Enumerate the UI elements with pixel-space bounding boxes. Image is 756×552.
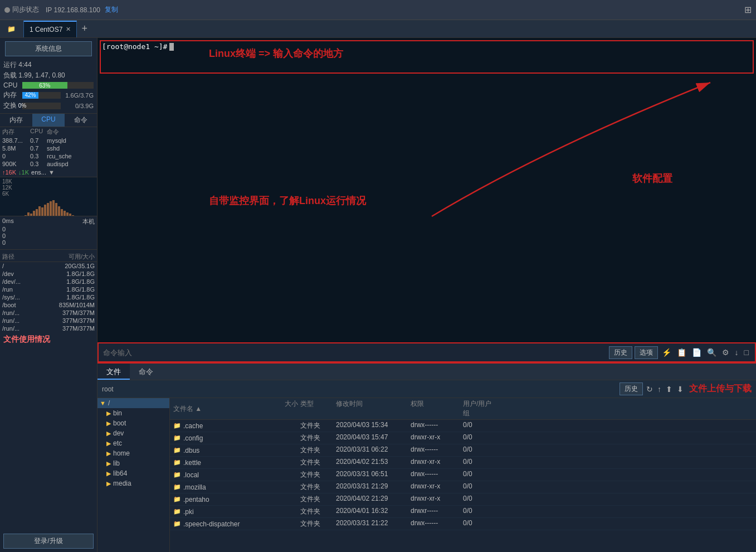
terminal-area[interactable]: [root@node1 ~]# Linux终端 => 输入命令的地方 自带监控界… xyxy=(97,38,756,342)
disk-row: /run/... 377M/377M xyxy=(0,317,97,325)
tab-add-button[interactable]: + xyxy=(77,23,92,35)
tree-item-lib[interactable]: ▶ lib xyxy=(97,458,169,468)
load-label: 负载 1.99, 1.47, 0.80 xyxy=(3,71,65,80)
file-row-local[interactable]: 📁.local 文件夹 2020/03/31 06:51 drwx------ … xyxy=(170,469,756,481)
file-row-pki[interactable]: 📁.pki 文件夹 2020/04/01 16:32 drwxr----- 0/… xyxy=(170,506,756,518)
terminal-prompt: [root@node1 ~]# xyxy=(102,42,752,51)
file-list: 文件名 ▲ 大小 类型 修改时间 权限 用户/用户组 📁.cache 文件夹 2… xyxy=(170,398,756,552)
upload-icon[interactable]: ⬆ xyxy=(665,384,674,395)
file-list-header: 文件名 ▲ 大小 类型 修改时间 权限 用户/用户组 xyxy=(170,398,756,420)
file-row-dbus[interactable]: 📁.dbus 文件夹 2020/03/31 06:22 drwx------ 0… xyxy=(170,444,756,457)
disk-table: 路径 可用/大小 / 20G/35.1G /dev 1.8G/1.8G /dev… xyxy=(0,252,97,332)
cpu-bar-container: 63% xyxy=(22,82,94,89)
disk-header: 路径 可用/大小 xyxy=(0,252,97,262)
tree-label-root: / xyxy=(108,399,110,407)
swap-row: 交换 0% 0/3.9G xyxy=(0,100,97,111)
file-row-pentaho[interactable]: 📁.pentaho 文件夹 2020/04/02 21:29 drwxr-xr-… xyxy=(170,493,756,506)
disk-row: /run 1.8G/1.8G xyxy=(0,285,97,293)
clipboard-icon[interactable]: 📋 xyxy=(675,347,688,358)
window-icon[interactable]: □ xyxy=(743,347,750,358)
tree-item-bin[interactable]: ▶ bin xyxy=(97,408,169,418)
gear-icon[interactable]: ⚙ xyxy=(720,347,731,358)
sys-info-button[interactable]: 系统信息 xyxy=(5,41,92,56)
cpu-bar: 63% xyxy=(22,82,67,89)
search-icon[interactable]: 🔍 xyxy=(705,347,718,358)
copy-button[interactable]: 复制 xyxy=(105,5,118,14)
folder-icon: ▶ xyxy=(106,440,111,447)
refresh-icon[interactable]: ↻ xyxy=(645,384,654,395)
swap-bar-container: 0% xyxy=(22,103,61,109)
file-panel: 文件 命令 root 历史 ↻ ↑ ⬆ ⬇ 文件上传与下载 ▼ / xyxy=(97,362,756,552)
file-row-cache[interactable]: 📁.cache 文件夹 2020/04/03 15:34 drwx------ … xyxy=(170,420,756,432)
swap-val: 0/3.9G xyxy=(63,103,94,109)
folder-icon: ▶ xyxy=(106,470,111,477)
file-history-button[interactable]: 历史 xyxy=(620,382,643,395)
up-icon[interactable]: ↑ xyxy=(656,384,662,395)
main-layout: 系统信息 运行 4:44 负载 1.99, 1.47, 0.80 CPU 63%… xyxy=(0,38,756,552)
col-perm-header: 权限 xyxy=(411,399,461,418)
tree-item-dev[interactable]: ▶ dev xyxy=(97,428,169,438)
current-path: root xyxy=(102,385,617,393)
file-row-kettle[interactable]: 📁.kettle 文件夹 2020/04/02 21:53 drwxr-xr-x… xyxy=(170,457,756,469)
col-type-header: 类型 xyxy=(300,399,334,418)
col-size-header: 大小 xyxy=(265,399,298,418)
monitor-tab-memory[interactable]: 内存 xyxy=(0,114,32,127)
tree-label-media: media xyxy=(113,480,131,487)
download-icon2[interactable]: ⬇ xyxy=(676,384,685,395)
net-stats: ↑16K ↓1K ens... ▼ xyxy=(0,168,97,177)
run-time-row: 运行 4:44 xyxy=(0,60,97,70)
process-row: 5.8M 0.7 sshd xyxy=(0,144,97,152)
ping-ms: 0ms xyxy=(2,217,14,226)
tab-command[interactable]: 命令 xyxy=(130,364,162,380)
folder-icon[interactable]: 📁 xyxy=(0,25,22,33)
tree-item-root[interactable]: ▼ / xyxy=(97,398,169,408)
folder-icon: ▶ xyxy=(106,460,111,467)
net-dropdown-icon[interactable]: ▼ xyxy=(48,169,55,176)
disk-row: /dev/... 1.8G/1.8G xyxy=(0,278,97,285)
tab-centos7[interactable]: 1 CentOS7 ✕ xyxy=(23,21,77,37)
cmd-input[interactable] xyxy=(103,348,607,357)
tree-item-etc[interactable]: ▶ etc xyxy=(97,438,169,448)
lightning-icon[interactable]: ⚡ xyxy=(660,347,673,358)
file-row-mozilla[interactable]: 📁.mozilla 文件夹 2020/03/31 21:29 drwxr-xr-… xyxy=(170,481,756,493)
swap-pct: 0% xyxy=(18,103,26,109)
col-name-header: 文件名 ▲ xyxy=(173,399,262,418)
monitor-tab-cpu[interactable]: CPU xyxy=(32,114,65,127)
folder-icon: ▶ xyxy=(106,430,111,437)
cpu-row: CPU 63% xyxy=(0,81,97,90)
file-row-config[interactable]: 📁.config 文件夹 2020/04/03 15:47 drwxr-xr-x… xyxy=(170,432,756,444)
document-icon[interactable]: 📄 xyxy=(690,347,703,358)
monitor-tabs: 内存 CPU 命令 xyxy=(0,113,97,127)
sync-dot-icon xyxy=(4,7,10,13)
col-mem-header: 内存 xyxy=(2,128,30,136)
tree-item-boot[interactable]: ▶ boot xyxy=(97,418,169,428)
mem-val: 1.6G/3.7G xyxy=(63,92,94,99)
tree-label-bin: bin xyxy=(113,409,122,417)
prompt-cursor xyxy=(169,43,174,51)
disk-row: /sys/... 1.8G/1.8G xyxy=(0,293,97,301)
config-annotation-text: 软件配置 xyxy=(632,172,672,185)
mem-row: 内存 42% 1.6G/3.7G xyxy=(0,90,97,100)
tree-label-boot: boot xyxy=(113,419,126,427)
col-cpu-header: CPU xyxy=(30,128,47,136)
history-button[interactable]: 历史 xyxy=(609,346,632,359)
monitor-tab-command[interactable]: 命令 xyxy=(65,114,97,127)
divider xyxy=(0,249,97,250)
col-owner-header: 用户/用户组 xyxy=(463,399,496,418)
tree-item-media[interactable]: ▶ media xyxy=(97,478,169,488)
sync-label: 同步状态 xyxy=(12,5,39,14)
tab-close-icon[interactable]: ✕ xyxy=(66,26,71,33)
disk-row: /dev 1.8G/1.8G xyxy=(0,270,97,278)
tree-item-home[interactable]: ▶ home xyxy=(97,448,169,458)
grid-icon[interactable]: ⊞ xyxy=(744,4,752,15)
sync-status: 同步状态 xyxy=(4,5,39,14)
tab-file[interactable]: 文件 xyxy=(97,364,130,380)
file-tree: ▼ / ▶ bin ▶ boot ▶ dev xyxy=(97,398,170,552)
disk-row: /run/... 377M/377M xyxy=(0,325,97,332)
login-button[interactable]: 登录/升级 xyxy=(3,534,94,549)
file-row-speech[interactable]: 📁.speech-dispatcher 文件夹 2020/03/31 21:22… xyxy=(170,518,756,530)
option-button[interactable]: 选项 xyxy=(635,346,658,359)
download-icon[interactable]: ↓ xyxy=(733,347,740,358)
process-table: 内存 CPU 命令 388.7... 0.7 mysqld 5.8M 0.7 s… xyxy=(0,127,97,168)
tree-item-lib64[interactable]: ▶ lib64 xyxy=(97,468,169,478)
